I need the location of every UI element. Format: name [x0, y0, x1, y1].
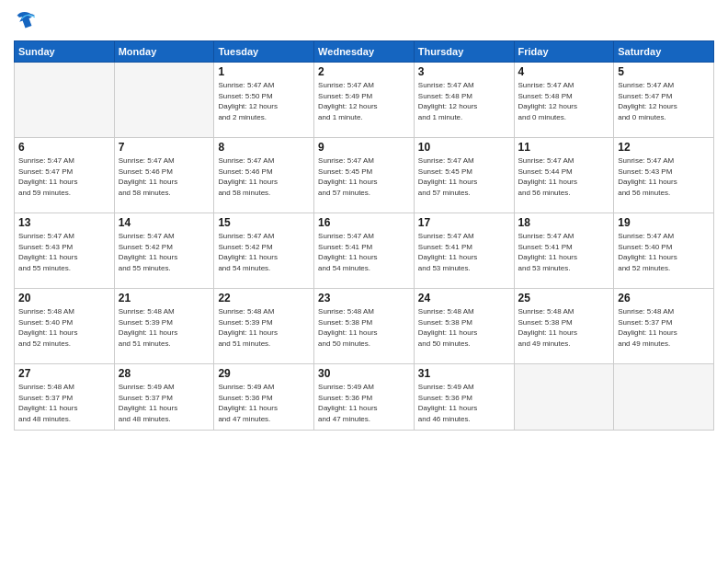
- calendar-cell: 19Sunrise: 5:47 AM Sunset: 5:40 PM Dayli…: [614, 213, 714, 289]
- weekday-header-monday: Monday: [114, 41, 214, 63]
- weekday-header-row: SundayMondayTuesdayWednesdayThursdayFrid…: [15, 41, 714, 63]
- day-info: Sunrise: 5:48 AM Sunset: 5:39 PM Dayligh…: [218, 306, 310, 349]
- week-row-1: 1Sunrise: 5:47 AM Sunset: 5:50 PM Daylig…: [15, 63, 714, 138]
- day-info: Sunrise: 5:47 AM Sunset: 5:45 PM Dayligh…: [418, 155, 510, 198]
- day-number: 2: [318, 65, 410, 78]
- day-number: 1: [218, 65, 310, 78]
- day-info: Sunrise: 5:47 AM Sunset: 5:44 PM Dayligh…: [518, 155, 610, 198]
- calendar-cell: 5Sunrise: 5:47 AM Sunset: 5:47 PM Daylig…: [614, 63, 714, 138]
- weekday-header-thursday: Thursday: [414, 41, 514, 63]
- calendar-cell: [15, 63, 115, 138]
- calendar-cell: 14Sunrise: 5:47 AM Sunset: 5:42 PM Dayli…: [114, 213, 214, 289]
- calendar-cell: 24Sunrise: 5:48 AM Sunset: 5:38 PM Dayli…: [414, 289, 514, 364]
- calendar-cell: 21Sunrise: 5:48 AM Sunset: 5:39 PM Dayli…: [114, 289, 214, 364]
- calendar-cell: 3Sunrise: 5:47 AM Sunset: 5:48 PM Daylig…: [414, 63, 514, 138]
- calendar-cell: 10Sunrise: 5:47 AM Sunset: 5:45 PM Dayli…: [414, 138, 514, 213]
- day-number: 21: [119, 292, 210, 304]
- calendar-cell: [614, 364, 714, 431]
- calendar-cell: 8Sunrise: 5:47 AM Sunset: 5:46 PM Daylig…: [214, 138, 314, 213]
- calendar-cell: 2Sunrise: 5:47 AM Sunset: 5:49 PM Daylig…: [314, 63, 415, 138]
- day-info: Sunrise: 5:47 AM Sunset: 5:43 PM Dayligh…: [18, 231, 110, 273]
- day-info: Sunrise: 5:47 AM Sunset: 5:45 PM Dayligh…: [318, 155, 410, 198]
- week-row-5: 27Sunrise: 5:48 AM Sunset: 5:37 PM Dayli…: [15, 364, 714, 431]
- day-number: 26: [618, 292, 710, 304]
- weekday-header-saturday: Saturday: [614, 41, 714, 63]
- day-info: Sunrise: 5:47 AM Sunset: 5:46 PM Dayligh…: [218, 155, 310, 198]
- logo-icon: [14, 9, 40, 35]
- day-number: 18: [518, 216, 610, 229]
- day-info: Sunrise: 5:48 AM Sunset: 5:37 PM Dayligh…: [18, 382, 110, 424]
- header: [14, 9, 714, 35]
- day-info: Sunrise: 5:47 AM Sunset: 5:48 PM Dayligh…: [518, 80, 610, 122]
- day-number: 4: [518, 65, 610, 78]
- day-number: 8: [218, 141, 310, 154]
- weekday-header-sunday: Sunday: [15, 41, 115, 63]
- day-number: 15: [218, 216, 310, 229]
- day-info: Sunrise: 5:47 AM Sunset: 5:47 PM Dayligh…: [18, 155, 110, 198]
- calendar-cell: 26Sunrise: 5:48 AM Sunset: 5:37 PM Dayli…: [614, 289, 714, 364]
- calendar-cell: 13Sunrise: 5:47 AM Sunset: 5:43 PM Dayli…: [15, 213, 115, 289]
- day-info: Sunrise: 5:49 AM Sunset: 5:36 PM Dayligh…: [318, 382, 410, 424]
- day-info: Sunrise: 5:48 AM Sunset: 5:38 PM Dayligh…: [418, 306, 510, 349]
- weekday-header-friday: Friday: [514, 41, 614, 63]
- day-number: 27: [18, 367, 110, 380]
- calendar-cell: 16Sunrise: 5:47 AM Sunset: 5:41 PM Dayli…: [314, 213, 415, 289]
- calendar-cell: 17Sunrise: 5:47 AM Sunset: 5:41 PM Dayli…: [414, 213, 514, 289]
- day-info: Sunrise: 5:47 AM Sunset: 5:46 PM Dayligh…: [119, 155, 210, 198]
- day-number: 28: [119, 367, 210, 380]
- day-info: Sunrise: 5:47 AM Sunset: 5:41 PM Dayligh…: [418, 231, 510, 273]
- day-info: Sunrise: 5:49 AM Sunset: 5:36 PM Dayligh…: [218, 382, 310, 424]
- day-number: 20: [18, 292, 110, 304]
- day-number: 11: [518, 141, 610, 154]
- day-number: 19: [618, 216, 710, 229]
- weekday-header-tuesday: Tuesday: [214, 41, 314, 63]
- day-number: 14: [119, 216, 210, 229]
- day-number: 29: [218, 367, 310, 380]
- calendar-cell: 20Sunrise: 5:48 AM Sunset: 5:40 PM Dayli…: [15, 289, 115, 364]
- day-info: Sunrise: 5:47 AM Sunset: 5:47 PM Dayligh…: [618, 80, 710, 122]
- calendar-cell: [514, 364, 614, 431]
- calendar-cell: 7Sunrise: 5:47 AM Sunset: 5:46 PM Daylig…: [114, 138, 214, 213]
- day-info: Sunrise: 5:47 AM Sunset: 5:41 PM Dayligh…: [518, 231, 610, 273]
- day-number: 16: [318, 216, 410, 229]
- day-number: 12: [618, 141, 710, 154]
- calendar-cell: [114, 63, 214, 138]
- day-info: Sunrise: 5:47 AM Sunset: 5:41 PM Dayligh…: [318, 231, 410, 273]
- week-row-2: 6Sunrise: 5:47 AM Sunset: 5:47 PM Daylig…: [15, 138, 714, 213]
- day-number: 9: [318, 141, 410, 154]
- calendar-cell: 1Sunrise: 5:47 AM Sunset: 5:50 PM Daylig…: [214, 63, 314, 138]
- day-info: Sunrise: 5:49 AM Sunset: 5:37 PM Dayligh…: [119, 382, 210, 424]
- day-info: Sunrise: 5:47 AM Sunset: 5:40 PM Dayligh…: [618, 231, 710, 273]
- day-number: 31: [418, 367, 510, 380]
- calendar-cell: 15Sunrise: 5:47 AM Sunset: 5:42 PM Dayli…: [214, 213, 314, 289]
- day-number: 17: [418, 216, 510, 229]
- day-info: Sunrise: 5:48 AM Sunset: 5:37 PM Dayligh…: [618, 306, 710, 349]
- day-info: Sunrise: 5:47 AM Sunset: 5:49 PM Dayligh…: [318, 80, 410, 122]
- day-number: 22: [218, 292, 310, 304]
- calendar-cell: 23Sunrise: 5:48 AM Sunset: 5:38 PM Dayli…: [314, 289, 415, 364]
- calendar-cell: 29Sunrise: 5:49 AM Sunset: 5:36 PM Dayli…: [214, 364, 314, 431]
- day-number: 5: [618, 65, 710, 78]
- day-info: Sunrise: 5:47 AM Sunset: 5:42 PM Dayligh…: [218, 231, 310, 273]
- calendar-cell: 22Sunrise: 5:48 AM Sunset: 5:39 PM Dayli…: [214, 289, 314, 364]
- day-info: Sunrise: 5:48 AM Sunset: 5:40 PM Dayligh…: [18, 306, 110, 349]
- day-number: 3: [418, 65, 510, 78]
- calendar-cell: 25Sunrise: 5:48 AM Sunset: 5:38 PM Dayli…: [514, 289, 614, 364]
- day-number: 23: [318, 292, 410, 304]
- day-info: Sunrise: 5:47 AM Sunset: 5:42 PM Dayligh…: [119, 231, 210, 273]
- page: SundayMondayTuesdayWednesdayThursdayFrid…: [0, 0, 728, 563]
- calendar-cell: 11Sunrise: 5:47 AM Sunset: 5:44 PM Dayli…: [514, 138, 614, 213]
- calendar-cell: 30Sunrise: 5:49 AM Sunset: 5:36 PM Dayli…: [314, 364, 415, 431]
- calendar-cell: 18Sunrise: 5:47 AM Sunset: 5:41 PM Dayli…: [514, 213, 614, 289]
- day-number: 30: [318, 367, 410, 380]
- calendar-cell: 31Sunrise: 5:49 AM Sunset: 5:36 PM Dayli…: [414, 364, 514, 431]
- calendar-cell: 28Sunrise: 5:49 AM Sunset: 5:37 PM Dayli…: [114, 364, 214, 431]
- weekday-header-wednesday: Wednesday: [314, 41, 415, 63]
- day-number: 24: [418, 292, 510, 304]
- week-row-4: 20Sunrise: 5:48 AM Sunset: 5:40 PM Dayli…: [15, 289, 714, 364]
- logo: [14, 9, 41, 35]
- day-number: 10: [418, 141, 510, 154]
- calendar-cell: 27Sunrise: 5:48 AM Sunset: 5:37 PM Dayli…: [15, 364, 115, 431]
- week-row-3: 13Sunrise: 5:47 AM Sunset: 5:43 PM Dayli…: [15, 213, 714, 289]
- day-info: Sunrise: 5:49 AM Sunset: 5:36 PM Dayligh…: [418, 382, 510, 424]
